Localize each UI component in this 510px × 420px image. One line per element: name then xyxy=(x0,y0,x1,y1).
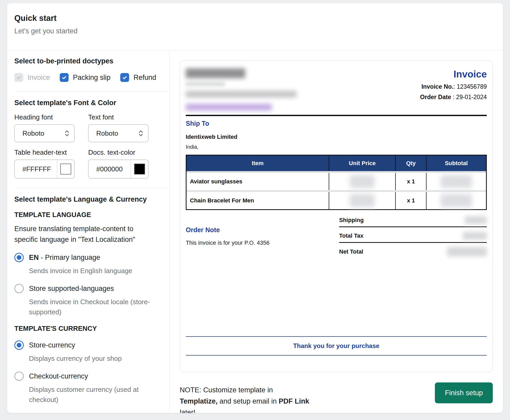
redacted-value xyxy=(441,194,472,207)
primary-language-radio[interactable] xyxy=(14,253,24,262)
footer-row: NOTE: Customize template in Templatize, … xyxy=(180,382,493,413)
finish-setup-button[interactable]: Finish setup xyxy=(435,382,493,403)
language-option-store-supported: Store supported-languages xyxy=(14,284,162,293)
store-currency-desc: Displays currency of your shop xyxy=(29,353,153,364)
docs-text-color-value[interactable]: #000000 xyxy=(88,160,131,178)
shipping-label: Shipping xyxy=(339,217,364,224)
store-languages-desc: Sends invoice in Checkout locale (store-… xyxy=(29,297,153,317)
column-header-item: Item xyxy=(187,155,329,171)
net-total-label: Net Total xyxy=(339,248,363,255)
font-select-row: Heading font Roboto Text font Roboto xyxy=(14,113,162,142)
currency-option-checkout: Checkout-currency xyxy=(14,371,162,381)
heading-font-field: Heading font Roboto xyxy=(14,113,75,142)
heading-font-value: Roboto xyxy=(22,129,44,137)
net-total-row: Net Total xyxy=(339,245,487,259)
docs-text-color-input: #000000 xyxy=(88,160,148,178)
check-icon xyxy=(16,75,22,80)
store-languages-radio[interactable] xyxy=(14,284,24,293)
store-currency-radio[interactable] xyxy=(14,340,24,350)
column-header-qty: Qty xyxy=(395,155,426,171)
font-color-heading: Select template's Font & Color xyxy=(14,99,162,107)
item-qty: x 1 xyxy=(395,192,426,209)
radio-dot xyxy=(17,255,21,260)
currency-option-store: Store-currency xyxy=(14,340,162,350)
redacted-address-line xyxy=(186,82,225,86)
ship-to-heading: Ship To xyxy=(186,120,487,127)
refund-checkbox-label[interactable]: Refund xyxy=(134,74,156,82)
quick-start-card: Quick start Let's get you started Select… xyxy=(7,3,503,413)
docs-text-color-label: Docs. text-color xyxy=(88,148,148,157)
black-swatch xyxy=(134,164,145,175)
redacted-address-line xyxy=(186,91,297,98)
section-divider xyxy=(14,91,169,92)
packing-slip-checkbox[interactable] xyxy=(60,73,69,82)
invoice-preview: Invoice Invoice No.: 123456789 Order Dat… xyxy=(180,60,493,372)
item-name: Chain Bracelet For Men xyxy=(187,192,329,209)
store-currency-label[interactable]: Store-currency xyxy=(29,341,75,349)
page-title: Quick start xyxy=(14,14,503,23)
invoice-title: Invoice xyxy=(420,69,487,80)
company-info-redacted xyxy=(186,68,297,115)
table-header-text-label: Table header-text xyxy=(14,148,75,157)
invoice-checkbox-label: Invoice xyxy=(28,74,50,82)
checkout-currency-radio[interactable] xyxy=(14,371,24,381)
totals-block: Shipping Total Tax Net Total xyxy=(339,213,487,259)
total-tax-label: Total Tax xyxy=(339,232,363,239)
column-header-subtotal: Subtotal xyxy=(426,155,486,171)
heading-font-select[interactable]: Roboto xyxy=(14,124,75,142)
redacted-value xyxy=(350,194,375,207)
primary-language-label[interactable]: EN - Primary language xyxy=(29,254,100,262)
table-body: Aviator sunglasses x 1 Chain Bracelet Fo… xyxy=(187,171,486,209)
packing-slip-checkbox-label[interactable]: Packing slip xyxy=(73,74,111,82)
order-note-block: Order Note This invoice is for your P.O.… xyxy=(186,226,269,259)
header-rule xyxy=(186,115,487,116)
item-qty: x 1 xyxy=(395,173,426,190)
redacted-amount xyxy=(463,232,487,240)
text-font-label: Text font xyxy=(88,113,148,121)
subtotal-redacted xyxy=(426,173,486,190)
doctype-packing-slip: Packing slip xyxy=(60,73,111,82)
table-row: Chain Bracelet For Men x 1 xyxy=(187,190,486,209)
table-header-text-value[interactable]: #FFFFFF xyxy=(15,160,57,178)
item-name: Aviator sunglasses xyxy=(187,173,329,190)
column-header-unit-price: Unit Price xyxy=(329,155,395,171)
chevron-updown-icon xyxy=(138,129,144,137)
note-and-totals: Order Note This invoice is for your P.O.… xyxy=(186,213,487,259)
table-header-color-swatch[interactable] xyxy=(57,160,74,178)
preview-panel: Invoice Invoice No.: 123456789 Order Dat… xyxy=(170,50,503,413)
redacted-value xyxy=(441,175,472,188)
checkout-currency-label[interactable]: Checkout-currency xyxy=(29,372,88,380)
spacer xyxy=(186,259,487,336)
language-option-primary: EN - Primary language xyxy=(14,253,162,262)
text-font-field: Text font Roboto xyxy=(88,113,148,142)
card-body: Select to-be-printed doctypes Invoice Pa… xyxy=(7,50,503,413)
store-languages-label[interactable]: Store supported-languages xyxy=(29,285,114,293)
ship-to-name: Identixweb Limited xyxy=(186,134,487,140)
docs-text-color-swatch[interactable] xyxy=(131,160,148,178)
page-subtitle: Let's get you started xyxy=(14,27,503,35)
check-icon xyxy=(61,75,67,80)
refund-checkbox[interactable] xyxy=(120,73,129,82)
white-swatch xyxy=(60,164,71,175)
ship-to-country: India, xyxy=(186,144,487,150)
redacted-amount xyxy=(447,247,487,256)
text-font-select[interactable]: Roboto xyxy=(88,124,148,142)
order-note-heading: Order Note xyxy=(186,226,269,234)
settings-panel: Select to-be-printed doctypes Invoice Pa… xyxy=(7,50,170,413)
invoice-header: Invoice Invoice No.: 123456789 Order Dat… xyxy=(186,68,487,115)
checkout-currency-desc: Displays customer currency (used at chec… xyxy=(29,385,153,405)
table-header-text-field: Table header-text #FFFFFF xyxy=(14,148,75,178)
unit-price-redacted xyxy=(329,173,395,190)
text-font-value: Roboto xyxy=(96,129,118,137)
docs-text-color-field: Docs. text-color #000000 xyxy=(88,148,148,178)
doctypes-heading: Select to-be-printed doctypes xyxy=(14,57,162,65)
template-currency-heading: TEMPLATE'S CURRENCY xyxy=(14,325,162,333)
table-header-row: Item Unit Price Qty Subtotal xyxy=(187,155,486,171)
check-icon xyxy=(122,75,128,80)
subtotal-redacted xyxy=(426,192,486,209)
table-header-text-input: #FFFFFF xyxy=(14,160,75,178)
thank-you-message: Thank you for your purchase xyxy=(186,336,487,356)
order-date-line: Order Date : 29-01-2024 xyxy=(420,94,487,101)
invoice-checkbox xyxy=(14,73,23,82)
shipping-row: Shipping xyxy=(339,214,487,227)
